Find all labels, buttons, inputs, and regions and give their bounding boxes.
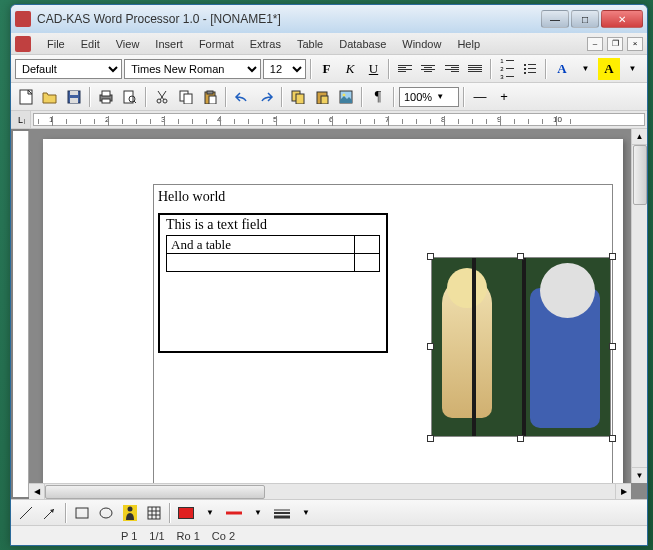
cut-button[interactable]	[151, 86, 173, 108]
ellipse-tool[interactable]	[95, 502, 117, 524]
underline-button[interactable]: U	[363, 58, 384, 80]
image-content	[432, 258, 610, 436]
selection-handle-nw[interactable]	[427, 253, 434, 260]
svg-rect-31	[148, 507, 160, 519]
align-center-button[interactable]	[418, 58, 439, 80]
window-title: CAD-KAS Word Processor 1.0 - [NONAME1*]	[37, 12, 541, 26]
line-color-button[interactable]	[223, 502, 245, 524]
frame-title-text[interactable]: This is a text field	[166, 217, 380, 233]
align-right-button[interactable]	[441, 58, 462, 80]
copy-button[interactable]	[175, 86, 197, 108]
table-row[interactable]	[167, 254, 380, 272]
menu-edit[interactable]: Edit	[73, 36, 108, 52]
highlight-button[interactable]: A	[598, 58, 619, 80]
menu-file[interactable]: File	[39, 36, 73, 52]
menu-database[interactable]: Database	[331, 36, 394, 52]
app-icon	[15, 11, 31, 27]
italic-button[interactable]: K	[339, 58, 360, 80]
zoom-select[interactable]: 100% ▼	[399, 87, 459, 107]
arrow-tool[interactable]	[39, 502, 61, 524]
menu-view[interactable]: View	[108, 36, 148, 52]
selection-handle-s[interactable]	[517, 435, 524, 442]
selection-handle-w[interactable]	[427, 343, 434, 350]
vertical-ruler[interactable]	[13, 131, 29, 497]
pilcrow-button[interactable]: ¶	[367, 86, 389, 108]
close-button[interactable]: ✕	[601, 10, 643, 28]
selection-handle-se[interactable]	[609, 435, 616, 442]
line-style-button[interactable]	[271, 502, 293, 524]
menu-extras[interactable]: Extras	[242, 36, 289, 52]
grid-icon[interactable]	[143, 502, 165, 524]
copy-format-button[interactable]	[287, 86, 309, 108]
table-cell[interactable]	[167, 254, 355, 272]
number-list-button[interactable]: 123	[496, 58, 517, 80]
fill-color-dropdown[interactable]: ▼	[199, 502, 221, 524]
workspace: Hello world This is a text field And a t…	[11, 129, 647, 499]
svg-rect-17	[207, 91, 213, 94]
redo-button[interactable]	[255, 86, 277, 108]
person-icon[interactable]	[119, 502, 141, 524]
rectangle-tool[interactable]	[71, 502, 93, 524]
selection-handle-ne[interactable]	[609, 253, 616, 260]
highlight-dropdown[interactable]: ▼	[622, 58, 643, 80]
status-pages: 1/1	[149, 530, 164, 542]
zoom-in-button[interactable]: +	[493, 86, 515, 108]
ruler-unit[interactable]: L	[11, 111, 31, 128]
menu-window[interactable]: Window	[394, 36, 449, 52]
document-canvas[interactable]: Hello world This is a text field And a t…	[29, 129, 647, 499]
new-button[interactable]	[15, 86, 37, 108]
table-cell[interactable]: And a table	[167, 236, 355, 254]
align-left-button[interactable]	[394, 58, 415, 80]
line-color-dropdown[interactable]: ▼	[247, 502, 269, 524]
svg-point-12	[157, 99, 161, 103]
line-tool[interactable]	[15, 502, 37, 524]
page[interactable]: Hello world This is a text field And a t…	[43, 139, 623, 499]
line-style-dropdown[interactable]: ▼	[295, 502, 317, 524]
insert-image-button[interactable]	[335, 86, 357, 108]
horizontal-scrollbar[interactable]: ◀ ▶	[29, 483, 631, 499]
menu-format[interactable]: Format	[191, 36, 242, 52]
selection-handle-sw[interactable]	[427, 435, 434, 442]
mdi-close-button[interactable]: ×	[627, 37, 643, 51]
drawing-toolbar: ▼ ▼ ▼	[11, 499, 647, 525]
minimize-button[interactable]: —	[541, 10, 569, 28]
font-color-dropdown[interactable]: ▼	[575, 58, 596, 80]
font-color-button[interactable]: A	[551, 58, 572, 80]
open-button[interactable]	[39, 86, 61, 108]
bold-button[interactable]: F	[316, 58, 337, 80]
table-cell[interactable]	[355, 236, 380, 254]
zoom-out-button[interactable]: —	[469, 86, 491, 108]
svg-rect-3	[70, 98, 78, 103]
table-cell[interactable]	[355, 254, 380, 272]
selection-handle-e[interactable]	[609, 343, 616, 350]
inner-table[interactable]: And a table	[166, 235, 380, 272]
status-col: Co 2	[212, 530, 235, 542]
font-select[interactable]: Times New Roman	[124, 59, 261, 79]
mdi-minimize-button[interactable]: –	[587, 37, 603, 51]
text-line-1[interactable]: Hello world	[158, 189, 608, 205]
undo-button[interactable]	[231, 86, 253, 108]
table-row[interactable]: And a table	[167, 236, 380, 254]
style-select[interactable]: Default	[15, 59, 122, 79]
bullet-list-button[interactable]	[520, 58, 541, 80]
menu-insert[interactable]: Insert	[147, 36, 191, 52]
embedded-image[interactable]	[431, 257, 611, 437]
maximize-button[interactable]: □	[571, 10, 599, 28]
paste-format-button[interactable]	[311, 86, 333, 108]
menu-table[interactable]: Table	[289, 36, 331, 52]
save-button[interactable]	[63, 86, 85, 108]
horizontal-ruler[interactable]: 12345678910	[33, 113, 645, 126]
size-select[interactable]: 12	[263, 59, 306, 79]
paste-button[interactable]	[199, 86, 221, 108]
vertical-scrollbar[interactable]: ▲ ▼	[631, 129, 647, 483]
selection-handle-n[interactable]	[517, 253, 524, 260]
fill-color-button[interactable]	[175, 502, 197, 524]
titlebar[interactable]: CAD-KAS Word Processor 1.0 - [NONAME1*] …	[11, 5, 647, 33]
app-menu-icon[interactable]	[15, 36, 31, 52]
print-preview-button[interactable]	[119, 86, 141, 108]
print-button[interactable]	[95, 86, 117, 108]
inner-text-frame[interactable]: This is a text field And a table	[158, 213, 388, 353]
menu-help[interactable]: Help	[449, 36, 488, 52]
mdi-restore-button[interactable]: ❐	[607, 37, 623, 51]
align-justify-button[interactable]	[465, 58, 486, 80]
